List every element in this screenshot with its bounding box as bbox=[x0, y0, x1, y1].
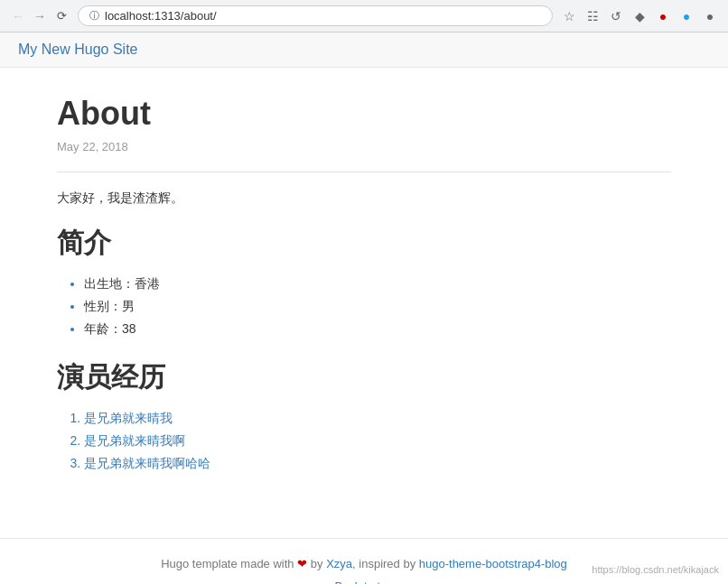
footer-text-by: by bbox=[307, 557, 326, 570]
section2-heading: 演员经历 bbox=[57, 359, 671, 396]
nav-buttons: ← → ⟳ bbox=[9, 7, 70, 25]
back-button[interactable]: ← bbox=[9, 7, 27, 25]
refresh-icon[interactable]: ↺ bbox=[607, 7, 625, 25]
back-to-top-link[interactable]: Back to top bbox=[18, 579, 710, 584]
lock-icon: ⓘ bbox=[89, 9, 99, 23]
bullet-item: 性别：男 bbox=[84, 295, 671, 318]
footer-author-link[interactable]: Xzya bbox=[326, 557, 352, 570]
ordered-list: 是兄弟就来晴我是兄弟就来晴我啊是兄弟就来晴我啊哈哈 bbox=[57, 407, 671, 476]
footer-text-inspired: , inspired by bbox=[352, 557, 419, 570]
site-header: My New Hugo Site bbox=[0, 32, 728, 68]
main-content: About May 22, 2018 大家好，我是渣渣辉。 简介 出生地：香港性… bbox=[21, 68, 707, 520]
site-title[interactable]: My New Hugo Site bbox=[18, 42, 138, 57]
footer-text-before: Hugo template made with bbox=[161, 557, 297, 570]
bullet-list: 出生地：香港性别：男年龄：38 bbox=[57, 273, 671, 341]
site-footer: Hugo template made with ❤ by Xzya, inspi… bbox=[0, 538, 728, 584]
browser-actions: ☆ ☷ ↺ ◆ ● ● ● bbox=[560, 7, 719, 25]
extensions-icon[interactable]: ◆ bbox=[630, 7, 649, 25]
twitter-icon[interactable]: ● bbox=[677, 7, 695, 25]
filter-icon[interactable]: ☷ bbox=[583, 7, 602, 25]
bullet-item: 年龄：38 bbox=[84, 318, 671, 340]
watermark: https://blog.csdn.net/kikajack bbox=[592, 564, 719, 575]
bullet-item: 出生地：香港 bbox=[84, 273, 671, 295]
footer-heart: ❤ bbox=[297, 557, 307, 570]
page-date: May 22, 2018 bbox=[57, 140, 671, 153]
opera-icon[interactable]: ● bbox=[654, 7, 672, 25]
ordered-item: 是兄弟就来晴我啊 bbox=[84, 430, 671, 452]
browser-chrome: ← → ⟳ ⓘ localhost:1313/about/ ☆ ☷ ↺ ◆ ● … bbox=[0, 0, 728, 32]
footer-theme-link[interactable]: hugo-theme-bootstrap4-blog bbox=[419, 557, 567, 570]
forward-button[interactable]: → bbox=[31, 7, 49, 25]
page-title: About bbox=[57, 95, 671, 133]
ordered-item: 是兄弟就来晴我啊哈哈 bbox=[84, 452, 671, 475]
url-text: localhost:1313/about/ bbox=[105, 9, 217, 23]
address-bar[interactable]: ⓘ localhost:1313/about/ bbox=[78, 5, 553, 26]
star-icon[interactable]: ☆ bbox=[560, 7, 578, 25]
ordered-item: 是兄弟就来晴我 bbox=[84, 407, 671, 430]
refresh-button[interactable]: ⟳ bbox=[52, 7, 70, 25]
section1-heading: 简介 bbox=[57, 225, 671, 262]
intro-paragraph: 大家好，我是渣渣辉。 bbox=[57, 190, 671, 207]
menu-icon[interactable]: ● bbox=[701, 7, 719, 25]
divider bbox=[57, 171, 671, 172]
